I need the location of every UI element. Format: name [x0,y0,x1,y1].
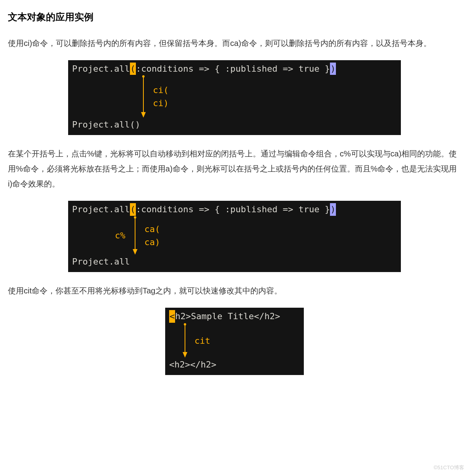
paragraph-2: 在某个开括号上，点击%键，光标将可以自动移动到相对应的闭括号上。通过与编辑命令组… [8,146,461,191]
code-figure-2: Project.all(:conditions => { :published … [68,201,401,272]
svg-marker-8 [183,352,187,358]
paragraph-1: 使用ci)命令，可以删除括号内的所有内容，但保留括号本身。而ca)命令，则可以删… [8,36,461,51]
arrow-labels: cit [189,323,210,358]
highlight-open-paren: ( [130,203,136,216]
svg-marker-5 [133,249,137,255]
arrow-labels: ci( ci) [147,75,169,118]
code-before: Project.all(:conditions => { :published … [72,203,397,216]
arrow-label: ci) [153,97,169,110]
code-text: Project.all [72,204,130,214]
highlight-open-angle: < [169,310,175,323]
arrow-label: cit [194,334,210,347]
code-before: <h2>Sample Title</h2> [169,310,300,323]
svg-point-4 [134,216,136,219]
highlight-close-paren: ) [330,63,336,75]
svg-marker-2 [141,112,146,118]
arrow-label: ca( [145,223,160,236]
code-text: :conditions => { :published => true } [136,64,330,74]
svg-point-7 [184,323,186,326]
arrow-label: ca) [145,236,160,249]
code-after: <h2></h2> [169,358,300,371]
figure-3: <h2>Sample Title</h2> cit <h2></h2> [8,308,461,375]
code-after: Project.all() [72,118,397,131]
code-after: Project.all [72,255,397,268]
paragraph-3: 使用cit命令，你甚至不用将光标移动到Tag之内，就可以快速修改其中的内容。 [8,283,461,298]
figure-2: Project.all(:conditions => { :published … [8,201,461,272]
figure-1: Project.all(:conditions => { :published … [8,60,461,135]
code-figure-3: <h2>Sample Title</h2> cit <h2></h2> [165,308,304,375]
highlight-open-paren: ( [130,63,136,75]
section-title: 文本对象的应用实例 [8,8,461,26]
code-text: :conditions => { :published => true } [136,204,330,214]
code-text: h2>Sample Title</h2> [175,311,280,321]
arrow-labels: ca( ca) [139,216,160,255]
svg-point-1 [142,75,145,78]
code-text: Project.all [72,64,130,74]
code-figure-1: Project.all(:conditions => { :published … [68,60,401,135]
arrow-down-icon [181,323,189,358]
arrow-left-label: c% [115,216,131,255]
highlight-close-paren: ) [330,203,336,216]
arrow-label: ci( [153,84,169,97]
code-before: Project.all(:conditions => { :published … [72,63,397,75]
arrow-down-icon [139,75,147,118]
arrow-down-icon [131,216,139,255]
